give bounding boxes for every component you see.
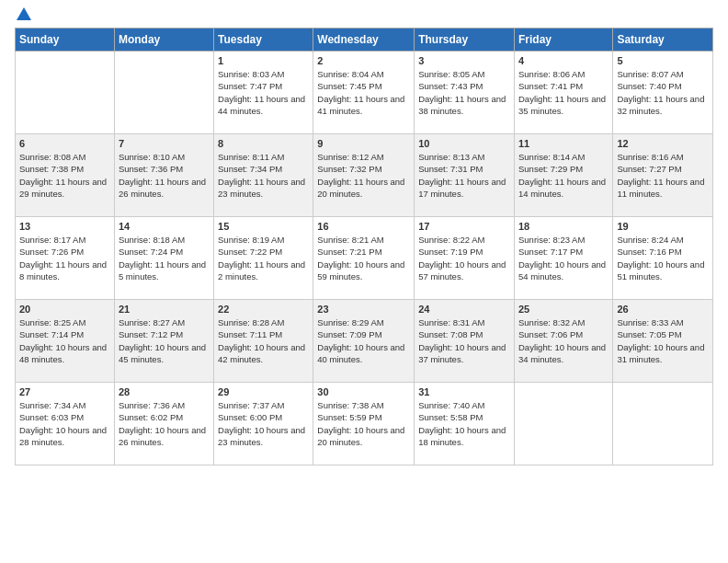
- day-number: 2: [317, 55, 410, 66]
- calendar-week-row: 13Sunrise: 8:17 AMSunset: 7:26 PMDayligh…: [16, 217, 713, 300]
- logo-triangle-icon: [17, 7, 31, 20]
- day-info: Sunrise: 8:05 AMSunset: 7:43 PMDaylight:…: [418, 68, 510, 117]
- calendar-cell: 24Sunrise: 8:31 AMSunset: 7:08 PMDayligh…: [415, 300, 515, 383]
- day-number: 16: [317, 221, 410, 232]
- calendar-week-row: 27Sunrise: 7:34 AMSunset: 6:03 PMDayligh…: [16, 383, 713, 465]
- day-number: 13: [19, 221, 110, 232]
- day-info: Sunrise: 7:37 AMSunset: 6:00 PMDaylight:…: [218, 399, 309, 448]
- day-info: Sunrise: 7:34 AMSunset: 6:03 PMDaylight:…: [19, 399, 110, 448]
- day-number: 30: [317, 386, 410, 397]
- day-number: 25: [518, 304, 609, 315]
- calendar-cell: 18Sunrise: 8:23 AMSunset: 7:17 PMDayligh…: [514, 217, 612, 300]
- day-number: 15: [218, 221, 309, 232]
- day-number: 22: [218, 304, 309, 315]
- calendar-cell: 30Sunrise: 7:38 AMSunset: 5:59 PMDayligh…: [313, 383, 415, 465]
- calendar-cell: 28Sunrise: 7:36 AMSunset: 6:02 PMDayligh…: [114, 383, 213, 465]
- page: SundayMondayTuesdayWednesdayThursdayFrid…: [0, 0, 728, 563]
- day-number: 3: [418, 55, 510, 66]
- day-number: 14: [119, 221, 210, 232]
- col-header-friday: Friday: [514, 29, 612, 52]
- day-number: 10: [418, 138, 510, 149]
- logo-text: [15, 9, 31, 20]
- day-info: Sunrise: 8:19 AMSunset: 7:22 PMDaylight:…: [218, 234, 309, 282]
- day-info: Sunrise: 8:17 AMSunset: 7:26 PMDaylight:…: [19, 234, 110, 282]
- calendar-week-row: 1Sunrise: 8:03 AMSunset: 7:47 PMDaylight…: [16, 52, 713, 134]
- day-info: Sunrise: 8:03 AMSunset: 7:47 PMDaylight:…: [218, 68, 309, 117]
- day-info: Sunrise: 8:27 AMSunset: 7:12 PMDaylight:…: [119, 316, 210, 365]
- calendar-cell: 1Sunrise: 8:03 AMSunset: 7:47 PMDaylight…: [214, 52, 313, 134]
- day-info: Sunrise: 7:36 AMSunset: 6:02 PMDaylight:…: [119, 399, 210, 448]
- calendar-cell: 14Sunrise: 8:18 AMSunset: 7:24 PMDayligh…: [114, 217, 213, 300]
- day-number: 1: [218, 55, 309, 66]
- calendar-cell: 26Sunrise: 8:33 AMSunset: 7:05 PMDayligh…: [613, 300, 713, 383]
- calendar-cell: 16Sunrise: 8:21 AMSunset: 7:21 PMDayligh…: [313, 217, 415, 300]
- calendar-cell: 29Sunrise: 7:37 AMSunset: 6:00 PMDayligh…: [214, 383, 313, 465]
- calendar-cell: 19Sunrise: 8:24 AMSunset: 7:16 PMDayligh…: [613, 217, 713, 300]
- calendar-cell: 27Sunrise: 7:34 AMSunset: 6:03 PMDayligh…: [16, 383, 115, 465]
- logo: [15, 9, 31, 20]
- header: [15, 9, 713, 20]
- calendar-cell: [613, 383, 713, 465]
- col-header-tuesday: Tuesday: [214, 29, 313, 52]
- calendar-cell: [114, 52, 213, 134]
- day-info: Sunrise: 8:18 AMSunset: 7:24 PMDaylight:…: [119, 234, 210, 282]
- day-number: 4: [518, 55, 609, 66]
- calendar-cell: 13Sunrise: 8:17 AMSunset: 7:26 PMDayligh…: [16, 217, 115, 300]
- calendar-cell: 5Sunrise: 8:07 AMSunset: 7:40 PMDaylight…: [613, 52, 713, 134]
- day-info: Sunrise: 8:04 AMSunset: 7:45 PMDaylight:…: [317, 68, 410, 117]
- day-number: 18: [518, 221, 609, 232]
- calendar-cell: 10Sunrise: 8:13 AMSunset: 7:31 PMDayligh…: [415, 134, 515, 217]
- col-header-saturday: Saturday: [613, 29, 713, 52]
- calendar-cell: 3Sunrise: 8:05 AMSunset: 7:43 PMDaylight…: [415, 52, 515, 134]
- calendar-week-row: 6Sunrise: 8:08 AMSunset: 7:38 PMDaylight…: [16, 134, 713, 217]
- day-info: Sunrise: 8:24 AMSunset: 7:16 PMDaylight:…: [617, 234, 709, 282]
- day-info: Sunrise: 8:16 AMSunset: 7:27 PMDaylight:…: [617, 151, 709, 200]
- calendar-cell: 11Sunrise: 8:14 AMSunset: 7:29 PMDayligh…: [514, 134, 612, 217]
- day-info: Sunrise: 8:08 AMSunset: 7:38 PMDaylight:…: [19, 151, 110, 200]
- day-number: 20: [19, 304, 110, 315]
- day-info: Sunrise: 8:23 AMSunset: 7:17 PMDaylight:…: [518, 234, 609, 282]
- calendar-cell: 9Sunrise: 8:12 AMSunset: 7:32 PMDaylight…: [313, 134, 415, 217]
- calendar-cell: 15Sunrise: 8:19 AMSunset: 7:22 PMDayligh…: [214, 217, 313, 300]
- calendar-cell: 25Sunrise: 8:32 AMSunset: 7:06 PMDayligh…: [514, 300, 612, 383]
- calendar-cell: [514, 383, 612, 465]
- calendar-cell: 22Sunrise: 8:28 AMSunset: 7:11 PMDayligh…: [214, 300, 313, 383]
- day-number: 28: [119, 386, 210, 397]
- col-header-monday: Monday: [114, 29, 213, 52]
- day-info: Sunrise: 8:28 AMSunset: 7:11 PMDaylight:…: [218, 316, 309, 365]
- calendar-cell: 7Sunrise: 8:10 AMSunset: 7:36 PMDaylight…: [114, 134, 213, 217]
- day-number: 8: [218, 138, 309, 149]
- calendar-cell: 4Sunrise: 8:06 AMSunset: 7:41 PMDaylight…: [514, 52, 612, 134]
- day-number: 9: [317, 138, 410, 149]
- day-number: 26: [617, 304, 709, 315]
- col-header-sunday: Sunday: [16, 29, 115, 52]
- day-number: 12: [617, 138, 709, 149]
- day-info: Sunrise: 8:22 AMSunset: 7:19 PMDaylight:…: [418, 234, 510, 282]
- day-info: Sunrise: 8:07 AMSunset: 7:40 PMDaylight:…: [617, 68, 709, 117]
- day-info: Sunrise: 8:11 AMSunset: 7:34 PMDaylight:…: [218, 151, 309, 200]
- day-number: 19: [617, 221, 709, 232]
- col-header-thursday: Thursday: [415, 29, 515, 52]
- day-info: Sunrise: 8:21 AMSunset: 7:21 PMDaylight:…: [317, 234, 410, 282]
- day-info: Sunrise: 8:33 AMSunset: 7:05 PMDaylight:…: [617, 316, 709, 365]
- day-info: Sunrise: 7:38 AMSunset: 5:59 PMDaylight:…: [317, 399, 410, 448]
- day-number: 6: [19, 138, 110, 149]
- calendar: SundayMondayTuesdayWednesdayThursdayFrid…: [15, 28, 713, 465]
- calendar-cell: 20Sunrise: 8:25 AMSunset: 7:14 PMDayligh…: [16, 300, 115, 383]
- day-number: 23: [317, 304, 410, 315]
- day-info: Sunrise: 8:10 AMSunset: 7:36 PMDaylight:…: [119, 151, 210, 200]
- day-info: Sunrise: 8:32 AMSunset: 7:06 PMDaylight:…: [518, 316, 609, 365]
- day-number: 5: [617, 55, 709, 66]
- day-info: Sunrise: 8:06 AMSunset: 7:41 PMDaylight:…: [518, 68, 609, 117]
- calendar-header-row: SundayMondayTuesdayWednesdayThursdayFrid…: [16, 29, 713, 52]
- day-info: Sunrise: 8:13 AMSunset: 7:31 PMDaylight:…: [418, 151, 510, 200]
- day-number: 31: [418, 386, 510, 397]
- day-info: Sunrise: 8:31 AMSunset: 7:08 PMDaylight:…: [418, 316, 510, 365]
- day-number: 11: [518, 138, 609, 149]
- col-header-wednesday: Wednesday: [313, 29, 415, 52]
- calendar-cell: 17Sunrise: 8:22 AMSunset: 7:19 PMDayligh…: [415, 217, 515, 300]
- calendar-cell: 21Sunrise: 8:27 AMSunset: 7:12 PMDayligh…: [114, 300, 213, 383]
- day-number: 17: [418, 221, 510, 232]
- day-number: 7: [119, 138, 210, 149]
- day-number: 29: [218, 386, 309, 397]
